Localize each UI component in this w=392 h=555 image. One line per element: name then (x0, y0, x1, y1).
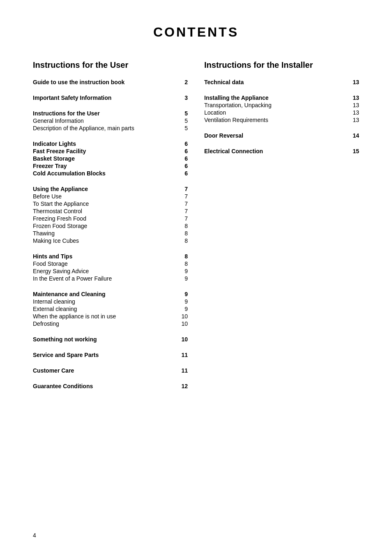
entry-page: 13 (351, 102, 359, 108)
entry-label: Internal cleaning (33, 298, 180, 305)
entry-label: Location (204, 109, 351, 116)
toc-entry: Hints and Tips8 (33, 253, 188, 260)
toc-entry: Indicator Lights6 (33, 140, 188, 147)
entry-page: 6 (180, 140, 188, 147)
toc-entry: Transportation, Unpacking13 (204, 102, 359, 108)
entry-page: 10 (180, 336, 188, 343)
entry-page: 7 (180, 208, 188, 214)
entry-label: Cold Accumulation Blocks (33, 170, 180, 177)
entry-page: 14 (351, 132, 359, 139)
toc-entry: Making Ice Cubes8 (33, 237, 188, 244)
entry-page: 6 (180, 170, 188, 177)
toc-group: Electrical Connection15 (204, 148, 359, 154)
entry-label: Door Reversal (204, 132, 351, 139)
toc-group: Customer Care11 (33, 367, 188, 374)
entry-page: 9 (180, 268, 188, 274)
toc-entry: Location13 (204, 109, 359, 116)
toc-entry: Frozen Food Storage8 (33, 223, 188, 229)
entry-page: 8 (180, 253, 188, 260)
page-title: CONTENTS (33, 25, 359, 40)
entry-page: 13 (351, 117, 359, 123)
toc-entry: Defrosting10 (33, 320, 188, 327)
entry-label: Thermostat Control (33, 208, 180, 214)
entry-page: 7 (180, 186, 188, 192)
entry-page: 5 (180, 110, 188, 117)
toc-entry: In the Event of a Power Failure9 (33, 275, 188, 282)
entry-label: Service and Spare Parts (33, 352, 180, 358)
entry-page: 8 (180, 260, 188, 267)
toc-entry: Thermostat Control7 (33, 208, 188, 214)
entry-label: Food Storage (33, 260, 180, 267)
left-section-heading: Instructions for the User (33, 60, 188, 70)
entry-page: 9 (180, 291, 188, 297)
toc-entry: Before Use7 (33, 193, 188, 200)
entry-page: 2 (180, 79, 188, 85)
toc-group: Something not working10 (33, 336, 188, 343)
left-toc: Guide to use the instruction book2Import… (33, 79, 188, 389)
toc-entry: Freezer Tray6 (33, 163, 188, 169)
toc-group: Important Safety Information3 (33, 94, 188, 101)
toc-entry: Fast Freeze Facility6 (33, 148, 188, 154)
entry-page: 11 (180, 367, 188, 374)
entry-label: Ventilation Requirements (204, 117, 351, 123)
entry-label: Instructions for the User (33, 110, 180, 117)
entry-label: Freezing Fresh Food (33, 215, 180, 222)
entry-page: 9 (180, 306, 188, 312)
page-number: 4 (33, 532, 36, 539)
toc-entry: Technical data13 (204, 79, 359, 85)
toc-entry: Customer Care11 (33, 367, 188, 374)
entry-page: 13 (351, 79, 359, 85)
entry-label: Something not working (33, 336, 180, 343)
entry-page: 7 (180, 193, 188, 200)
entry-label: Hints and Tips (33, 253, 180, 260)
entry-page: 5 (180, 125, 188, 131)
entry-label: When the appliance is not in use (33, 313, 180, 320)
toc-entry: Thawing8 (33, 230, 188, 237)
entry-label: Basket Storage (33, 155, 180, 162)
toc-entry: Internal cleaning9 (33, 298, 188, 305)
entry-page: 6 (180, 163, 188, 169)
entry-label: Thawing (33, 230, 180, 237)
entry-label: Frozen Food Storage (33, 223, 180, 229)
entry-page: 7 (180, 200, 188, 207)
toc-group: Door Reversal14 (204, 132, 359, 139)
entry-label: Technical data (204, 79, 351, 85)
toc-entry: Food Storage8 (33, 260, 188, 267)
toc-group: Installing the Appliance13Transportation… (204, 94, 359, 123)
entry-page: 13 (351, 94, 359, 101)
entry-label: In the Event of a Power Failure (33, 275, 180, 282)
toc-group: Indicator Lights6Fast Freeze Facility6Ba… (33, 140, 188, 177)
toc-entry: External cleaning9 (33, 306, 188, 312)
entry-page: 8 (180, 223, 188, 229)
entry-page: 8 (180, 237, 188, 244)
toc-entry: Something not working10 (33, 336, 188, 343)
entry-page: 10 (180, 313, 188, 320)
toc-entry: Using the Appliance7 (33, 186, 188, 192)
entry-label: Description of the Appliance, main parts (33, 125, 180, 131)
entry-page: 6 (180, 148, 188, 154)
toc-group: Technical data13 (204, 79, 359, 85)
entry-page: 3 (180, 94, 188, 101)
entry-page: 6 (180, 155, 188, 162)
entry-label: External cleaning (33, 306, 180, 312)
toc-entry: To Start the Appliance7 (33, 200, 188, 207)
entry-label: Energy Saving Advice (33, 268, 180, 274)
entry-label: Installing the Appliance (204, 94, 351, 101)
entry-label: Using the Appliance (33, 186, 180, 192)
right-column: Instructions for the Installer Technical… (204, 60, 359, 398)
toc-entry: Guarantee Conditions12 (33, 383, 188, 389)
entry-page: 5 (180, 117, 188, 124)
toc-entry: Freezing Fresh Food7 (33, 215, 188, 222)
entry-label: Guarantee Conditions (33, 383, 180, 389)
entry-label: Making Ice Cubes (33, 237, 180, 244)
toc-entry: Cold Accumulation Blocks6 (33, 170, 188, 177)
toc-group: Using the Appliance7Before Use7To Start … (33, 186, 188, 244)
toc-entry: Energy Saving Advice9 (33, 268, 188, 274)
entry-page: 11 (180, 352, 188, 358)
toc-group: Maintenance and Cleaning9Internal cleani… (33, 291, 188, 327)
entry-page: 10 (180, 320, 188, 327)
entry-label: Defrosting (33, 320, 180, 327)
toc-entry: Description of the Appliance, main parts… (33, 125, 188, 131)
toc-entry: Maintenance and Cleaning9 (33, 291, 188, 297)
entry-label: General Information (33, 117, 180, 124)
